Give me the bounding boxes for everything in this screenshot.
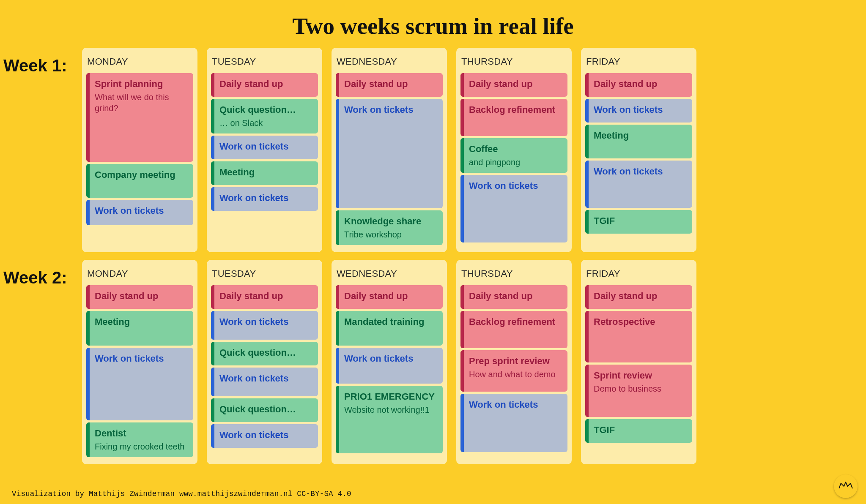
card-accent xyxy=(460,350,464,392)
card-accent xyxy=(585,365,589,417)
week-label: Week 1: xyxy=(3,48,82,75)
card-accent xyxy=(460,394,464,452)
calendar-card: Work on tickets xyxy=(336,99,443,208)
calendar-card: Mandated training xyxy=(336,311,443,346)
card-title: Daily stand up xyxy=(469,78,562,90)
day-column: FRIDAYDaily stand upRetrospectiveSprint … xyxy=(581,260,696,464)
card-title: Meeting xyxy=(219,166,313,178)
card-accent xyxy=(86,311,90,346)
calendar-card: Knowledge shareTribe workshop xyxy=(336,210,443,245)
day-column: WEDNESDAYDaily stand upWork on ticketsKn… xyxy=(332,48,447,252)
card-title: TGIF xyxy=(594,424,687,436)
card-subtitle: … on Slack xyxy=(219,117,313,128)
calendar-card: Quick question…… on Slack xyxy=(211,99,318,133)
card-accent xyxy=(86,422,90,457)
card-accent xyxy=(336,73,339,97)
card-accent xyxy=(86,348,90,420)
card-accent xyxy=(211,424,214,448)
calendar-card: Meeting xyxy=(86,311,193,346)
card-subtitle: Demo to business xyxy=(594,383,687,394)
calendar-card: Coffeeand pingpong xyxy=(460,138,567,173)
calendar-card: Prep sprint reviewHow and what to demo xyxy=(460,350,567,392)
card-title: Work on tickets xyxy=(344,353,438,365)
calendar-card: Daily stand up xyxy=(211,285,318,309)
card-accent xyxy=(336,99,339,208)
card-accent xyxy=(86,73,90,162)
card-title: Daily stand up xyxy=(469,290,562,302)
card-accent xyxy=(336,285,339,309)
card-accent xyxy=(585,285,589,309)
day-column: FRIDAYDaily stand upWork on ticketsMeeti… xyxy=(581,48,696,252)
card-title: PRIO1 EMERGENCY xyxy=(344,391,438,403)
card-accent xyxy=(585,419,589,443)
calendar-card: Work on tickets xyxy=(211,136,318,159)
card-accent xyxy=(585,311,589,362)
calendar-card: PRIO1 EMERGENCYWebsite not working!!1 xyxy=(336,386,443,453)
card-title: Work on tickets xyxy=(594,104,687,116)
card-accent xyxy=(86,164,90,198)
card-accent xyxy=(336,210,339,245)
day-column: MONDAYSprint planningWhat will we do thi… xyxy=(82,48,197,252)
card-accent xyxy=(585,210,589,234)
days-container: MONDAYSprint planningWhat will we do thi… xyxy=(82,48,696,252)
card-accent xyxy=(585,161,589,208)
card-accent xyxy=(211,398,214,422)
card-title: Work on tickets xyxy=(95,353,188,365)
calendar-card: Daily stand up xyxy=(460,285,567,309)
calendar-card: Backlog refinement xyxy=(460,311,567,348)
card-subtitle: What will we do this grind? xyxy=(95,92,188,114)
calendar-card: Retrospective xyxy=(585,311,692,362)
card-title: Meeting xyxy=(95,316,188,328)
calendar-card: Work on tickets xyxy=(211,424,318,448)
day-column: MONDAYDaily stand upMeetingWork on ticke… xyxy=(82,260,197,464)
crown-icon xyxy=(839,481,853,491)
card-accent xyxy=(211,161,214,185)
card-title: Daily stand up xyxy=(219,290,313,302)
calendar-card: Quick question… xyxy=(211,398,318,422)
day-header: FRIDAY xyxy=(585,52,692,73)
card-title: Sprint review xyxy=(594,370,687,381)
card-accent xyxy=(460,138,464,173)
card-title: Quick question… xyxy=(219,347,313,359)
card-accent xyxy=(585,125,589,158)
card-title: Sprint planning xyxy=(95,78,188,90)
page-title: Two weeks scrum in real life xyxy=(0,0,866,48)
card-accent xyxy=(460,99,464,136)
card-title: Backlog refinement xyxy=(469,104,562,116)
card-title: Quick question… xyxy=(219,104,313,116)
calendar-card: Work on tickets xyxy=(585,99,692,123)
calendar-card: Meeting xyxy=(211,161,318,185)
card-title: Work on tickets xyxy=(219,429,313,441)
card-title: Retrospective xyxy=(594,316,687,328)
card-title: Work on tickets xyxy=(219,141,313,153)
calendar-card: Backlog refinement xyxy=(460,99,567,136)
calendar-card: TGIF xyxy=(585,419,692,443)
card-title: TGIF xyxy=(594,215,687,227)
card-title: Work on tickets xyxy=(95,205,188,217)
card-title: Daily stand up xyxy=(95,290,188,302)
card-title: Meeting xyxy=(594,130,687,142)
calendar-card: Work on tickets xyxy=(86,200,193,225)
card-accent xyxy=(86,200,90,225)
day-header: FRIDAY xyxy=(585,264,692,285)
card-title: Work on tickets xyxy=(594,166,687,177)
calendar-card: Daily stand up xyxy=(585,285,692,309)
card-accent xyxy=(211,99,214,133)
calendar-card: Work on tickets xyxy=(460,175,567,242)
card-subtitle: Tribe workshop xyxy=(344,229,438,240)
day-column: WEDNESDAYDaily stand upMandated training… xyxy=(332,260,447,464)
calendar-card: Daily stand up xyxy=(86,285,193,309)
card-accent xyxy=(211,187,214,211)
card-accent xyxy=(460,311,464,348)
week-label: Week 2: xyxy=(3,260,82,287)
card-title: Daily stand up xyxy=(594,290,687,302)
card-accent xyxy=(211,136,214,159)
card-title: Prep sprint review xyxy=(469,355,562,367)
card-accent xyxy=(336,311,339,346)
day-header: TUESDAY xyxy=(211,52,318,73)
credit-line: Visualization by Matthijs Zwinderman www… xyxy=(12,490,351,498)
calendar-card: DentistFixing my crooked teeth xyxy=(86,422,193,457)
card-title: Company meeting xyxy=(95,169,188,181)
calendar-card: Daily stand up xyxy=(336,285,443,309)
card-title: Work on tickets xyxy=(469,180,562,192)
